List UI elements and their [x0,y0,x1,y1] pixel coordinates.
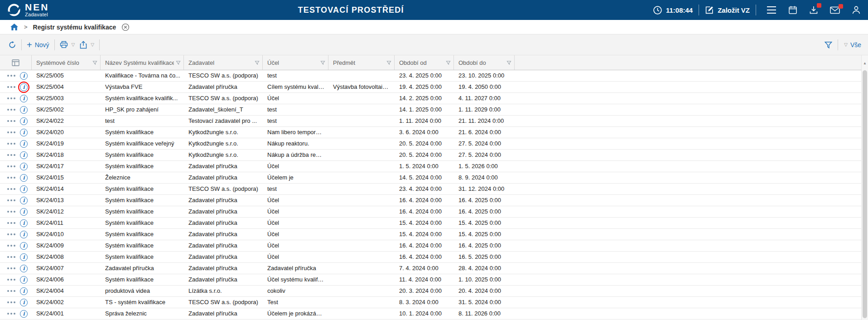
column-header-purpose[interactable]: Účel [263,55,328,70]
view-filter-select[interactable]: ▽ Vše [843,41,861,48]
table-row[interactable]: iSK/24/001Správa železnicZadavatel příru… [0,308,861,320]
row-menu-icon[interactable] [7,109,15,111]
row-menu-icon[interactable] [7,279,15,281]
column-header-name[interactable]: Název Systému kvalifikace [101,55,184,70]
app-logo[interactable]: NEN Zadavatel [0,3,49,17]
row-menu-icon[interactable] [7,143,15,145]
row-info-icon[interactable]: i [20,242,28,250]
table-row[interactable]: iSK/24/011Systém kvalifikaceZadavatel př… [0,218,861,229]
table-row[interactable]: iSK/24/019Systém kvalifikace veřejnýKytk… [0,138,861,150]
table-row[interactable]: iSK/24/013Systém kvalifikaceZadavatel př… [0,195,861,206]
new-button[interactable]: + Nový [27,41,49,48]
row-info-icon[interactable]: i [20,265,28,272]
table-row[interactable]: iSK/24/012Systém kvalifikaceZadavatel př… [0,206,861,218]
row-info-icon[interactable]: i [20,287,28,295]
column-filter-icon[interactable] [506,60,511,65]
column-filter-icon[interactable] [255,60,260,65]
row-menu-icon[interactable] [7,86,15,88]
table-row[interactable]: iSK/25/002HP_SK pro zahájeníZadavatel_šk… [0,104,861,116]
home-icon[interactable] [10,23,19,31]
table-row[interactable]: iSK/24/008System kvalifikaceZadavatel př… [0,252,861,263]
column-filter-icon[interactable] [176,60,181,65]
column-header-authority[interactable]: Zadavatel [184,55,263,70]
row-menu-icon[interactable] [7,222,15,224]
table-row[interactable]: iSK/25/003Systém kvalifikace kvalifik...… [0,93,861,104]
scroll-up-icon[interactable]: ▲ [862,59,868,67]
table-row[interactable]: iSK/25/005Kvalifikace - Továrna na čo...… [0,70,861,82]
table-row[interactable]: iSK/24/018Systém kvalifikaceKytkodžungle… [0,150,861,161]
table-row[interactable]: iSK/24/002TS - systém kvalifikaceTESCO S… [0,297,861,308]
column-header-system-number[interactable]: Systémové číslo [32,55,101,70]
row-menu-icon[interactable] [7,97,15,99]
table-row[interactable]: iSK/24/014Systém kvalifikaceTESCO SW a.s… [0,184,861,195]
table-row[interactable]: iSK/24/010Systém kvalifikaceZadavatel př… [0,229,861,240]
table-row[interactable]: iSK/24/007Zadavatel příručkaZadavatel př… [0,263,861,274]
row-info-icon[interactable]: i [20,129,28,136]
row-info-icon[interactable]: i [20,185,28,193]
table-row[interactable]: iSK/24/015ŽelezniceZadavatel příručkaÚče… [0,172,861,184]
row-info-icon[interactable]: i [20,163,28,170]
row-info-icon[interactable]: i [20,276,28,284]
row-menu-icon[interactable] [7,165,15,167]
scrollbar-thumb[interactable] [863,70,867,318]
row-menu-icon[interactable] [7,290,15,292]
row-menu-icon[interactable] [7,245,15,247]
column-filter-icon[interactable] [320,60,325,65]
row-menu-icon[interactable] [7,256,15,258]
row-menu-icon[interactable] [7,267,15,269]
table-row[interactable]: iSK/24/009Systém kvalifikaceZadavatel př… [0,240,861,252]
table-row[interactable]: iSK/24/017Systém kvalifikaceZadavatel př… [0,161,861,172]
row-menu-icon[interactable] [7,120,15,122]
row-info-icon[interactable]: i [20,83,28,91]
column-header-period-to[interactable]: Období do [454,55,515,70]
row-menu-icon[interactable] [7,233,15,235]
menu-button[interactable] [767,6,776,14]
messages-button[interactable] [830,6,840,14]
table-row[interactable]: iSK/24/020Systém kvalifikaceKytkodžungle… [0,127,861,138]
column-header-period-from[interactable]: Období od [395,55,454,70]
row-info-icon[interactable]: i [20,140,28,148]
page-title[interactable]: Registr systému kvalifikace [33,24,116,31]
row-menu-icon[interactable] [7,131,15,133]
filter-button[interactable] [824,41,833,49]
table-row[interactable]: iSK/25/004Výstavba FVEZadavatel příručka… [0,82,861,93]
downloads-button[interactable] [809,5,818,15]
row-info-icon[interactable]: i [20,151,28,159]
row-menu-icon[interactable] [7,75,15,77]
row-info-icon[interactable]: i [20,253,28,261]
row-info-icon[interactable]: i [20,219,28,227]
refresh-button[interactable] [8,41,16,49]
column-filter-icon[interactable] [446,60,451,65]
vertical-scrollbar[interactable]: ▲ [861,55,868,320]
row-info-icon[interactable]: i [20,95,28,102]
calendar-button[interactable] [788,5,797,15]
row-info-icon[interactable]: i [20,174,28,182]
row-info-icon[interactable]: i [20,299,28,306]
table-row[interactable]: iSK/24/004produktová videaLízátka s.r.o.… [0,286,861,297]
row-info-icon[interactable]: i [20,72,28,80]
print-button[interactable]: ▽ [60,41,75,48]
create-vz-button[interactable]: Založit VZ [705,5,750,15]
column-header-subject[interactable]: Předmět [328,55,395,70]
close-tab-icon[interactable] [121,23,130,31]
export-button[interactable]: ▽ [80,41,94,49]
column-chooser-button[interactable] [0,55,32,70]
row-menu-icon[interactable] [7,301,15,303]
row-info-icon[interactable]: i [20,231,28,238]
row-menu-icon[interactable] [7,199,15,201]
row-menu-icon[interactable] [7,188,15,190]
row-menu-icon[interactable] [7,177,15,179]
column-filter-icon[interactable] [92,60,97,65]
row-info-icon[interactable]: i [20,106,28,114]
row-menu-icon[interactable] [7,211,15,213]
row-info-icon[interactable]: i [20,117,28,125]
row-info-icon[interactable]: i [20,310,28,318]
row-menu-icon[interactable] [7,313,15,315]
row-info-icon[interactable]: i [20,208,28,216]
row-menu-icon[interactable] [7,154,15,156]
column-filter-icon[interactable] [386,60,391,65]
table-row[interactable]: iSK/24/006Systém kvalifikaceZadavatel př… [0,274,861,286]
table-row[interactable]: iSK/24/022testTestovací zadavatel pro ..… [0,116,861,127]
profile-button[interactable] [852,5,861,15]
row-info-icon[interactable]: i [20,197,28,204]
